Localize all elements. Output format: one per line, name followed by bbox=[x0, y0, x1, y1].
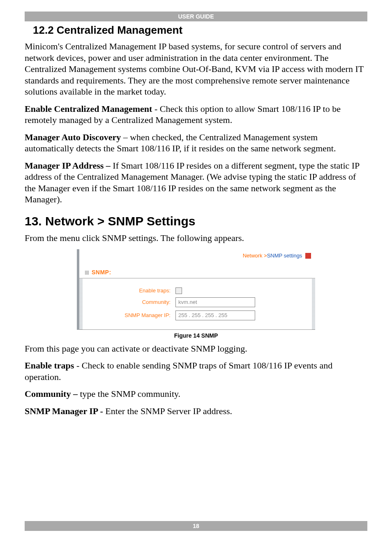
lead-enable-centralized: Enable Centralized Management bbox=[25, 104, 152, 114]
lead-enable-traps: Enable traps bbox=[25, 360, 74, 371]
paragraph-13-post: From this page you can activate or deact… bbox=[25, 343, 367, 354]
snmp-panel-title: SNMP: bbox=[79, 269, 315, 278]
manager-ip-input[interactable] bbox=[175, 310, 255, 320]
header-title: USER GUIDE bbox=[178, 13, 214, 20]
snmp-bullet-icon bbox=[85, 271, 89, 275]
heading-12-2: 12.2 Centralized Management bbox=[33, 24, 367, 37]
label-enable-traps: Enable traps: bbox=[84, 287, 175, 294]
paragraph-manager-auto-discovery: Manager Auto Discovery – when checked, t… bbox=[25, 132, 367, 154]
breadcrumb-page: SNMP settings bbox=[267, 253, 302, 259]
snmp-panel: Network >SNMP settings SNMP: Enable trap… bbox=[77, 249, 315, 330]
paragraph-snmp-manager-ip: SNMP Manager IP - Enter the SNMP Server … bbox=[25, 405, 367, 417]
breadcrumb-network: Network > bbox=[243, 253, 267, 259]
lead-manager-auto-discovery: Manager Auto Discovery bbox=[25, 132, 121, 142]
paragraph-13-intro: From the menu click SNMP settings. The f… bbox=[25, 232, 367, 244]
row-community: Community: bbox=[84, 297, 310, 307]
snmp-title-text: SNMP: bbox=[92, 269, 111, 276]
paragraph-community: Community – type the SNMP community. bbox=[25, 388, 367, 400]
rest-community: type the SNMP community. bbox=[78, 389, 180, 399]
paragraph-enable-centralized: Enable Centralized Management - Check th… bbox=[25, 103, 367, 126]
breadcrumb-badge-icon bbox=[305, 253, 311, 259]
heading-13: 13. Network > SNMP Settings bbox=[25, 214, 367, 228]
label-community: Community: bbox=[84, 299, 175, 305]
snmp-form: Enable traps: Community: SNMP Manager IP… bbox=[79, 278, 315, 330]
page-number: 18 bbox=[193, 523, 199, 529]
paragraph-manager-ip-address: Manager IP Address – If Smart 108/116 IP… bbox=[25, 160, 367, 205]
lead-manager-ip-address: Manager IP Address – bbox=[25, 160, 111, 171]
paragraph-12-2-intro: Minicom's Centralized Management IP base… bbox=[25, 41, 367, 97]
enable-traps-checkbox[interactable] bbox=[175, 287, 182, 294]
community-input[interactable] bbox=[175, 297, 255, 307]
lead-snmp-manager-ip: SNMP Manager IP - bbox=[25, 406, 103, 416]
row-enable-traps: Enable traps: bbox=[84, 287, 310, 294]
rest-snmp-manager-ip: Enter the SNMP Server IP address. bbox=[103, 406, 232, 416]
paragraph-enable-traps: Enable traps - Check to enable sending S… bbox=[25, 360, 367, 382]
page-content: 12.2 Centralized Management Minicom's Ce… bbox=[0, 24, 392, 439]
lead-community: Community – bbox=[25, 389, 78, 399]
figure-caption: Figure 14 SNMP bbox=[77, 332, 315, 339]
page-footer-bar: 18 bbox=[25, 521, 367, 531]
breadcrumb: Network >SNMP settings bbox=[79, 249, 315, 269]
label-manager-ip: SNMP Manager IP: bbox=[84, 312, 175, 318]
figure-14-snmp: Network >SNMP settings SNMP: Enable trap… bbox=[77, 249, 315, 339]
page-header-bar: USER GUIDE bbox=[25, 12, 367, 21]
row-manager-ip: SNMP Manager IP: bbox=[84, 310, 310, 320]
